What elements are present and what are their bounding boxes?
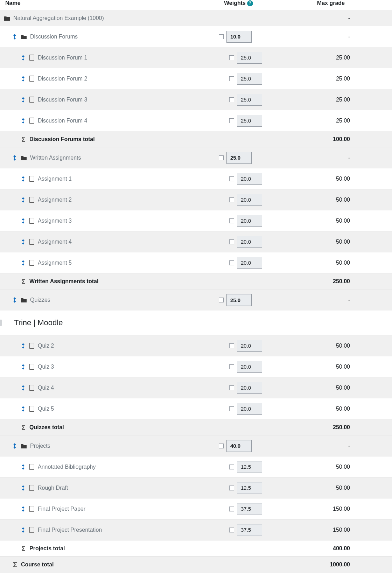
help-icon[interactable]: ?: [247, 0, 253, 6]
item-weight-input[interactable]: [237, 403, 262, 415]
max-grade-value: 50.00: [289, 385, 392, 391]
dash: -: [348, 297, 350, 303]
weight-override-checkbox[interactable]: [219, 34, 224, 39]
grade-item-label[interactable]: Quiz 3: [38, 364, 54, 370]
grade-item-label[interactable]: Assignment 3: [38, 218, 72, 224]
move-icon[interactable]: [21, 118, 25, 124]
move-icon[interactable]: [13, 443, 17, 449]
weight-override-checkbox[interactable]: [229, 239, 234, 244]
move-icon[interactable]: [13, 34, 17, 40]
weight-override-checkbox[interactable]: [229, 486, 234, 490]
move-icon[interactable]: [21, 176, 25, 182]
weight-override-checkbox[interactable]: [219, 444, 224, 448]
category-label[interactable]: Projects: [30, 443, 50, 449]
move-icon[interactable]: [21, 343, 25, 349]
grade-item-label[interactable]: Assignment 5: [38, 260, 72, 266]
category-label[interactable]: Discussion Forums: [30, 34, 78, 40]
item-weight-input[interactable]: [237, 215, 262, 227]
weight-override-checkbox[interactable]: [219, 298, 224, 302]
move-icon[interactable]: [21, 218, 25, 224]
move-icon[interactable]: [21, 97, 25, 103]
dash: -: [348, 34, 350, 40]
grade-item-label[interactable]: Final Project Paper: [38, 506, 85, 512]
column-header-weights: Weights ?: [224, 0, 294, 6]
category-label[interactable]: Quizzes: [30, 297, 50, 303]
category-label[interactable]: Written Assignments: [30, 155, 81, 161]
move-icon[interactable]: [21, 485, 25, 491]
folder-icon: [21, 298, 27, 302]
move-icon[interactable]: [21, 385, 25, 391]
document-icon: [29, 527, 34, 533]
move-icon[interactable]: [13, 155, 17, 161]
weight-override-checkbox[interactable]: [229, 385, 234, 390]
grade-item-label[interactable]: Discussion Forum 4: [38, 118, 87, 124]
weight-override-checkbox[interactable]: [229, 97, 234, 102]
item-weight-input[interactable]: [237, 236, 262, 248]
weight-override-checkbox[interactable]: [229, 507, 234, 511]
grade-item-label[interactable]: Assignment 4: [38, 239, 72, 245]
weight-override-checkbox[interactable]: [229, 528, 234, 532]
move-icon[interactable]: [21, 506, 25, 512]
document-icon: [29, 97, 34, 103]
move-icon[interactable]: [21, 197, 25, 203]
grade-item-label[interactable]: Quiz 4: [38, 385, 54, 391]
move-icon[interactable]: [21, 406, 25, 412]
grade-item-label[interactable]: Discussion Forum 3: [38, 97, 87, 103]
move-icon[interactable]: [21, 260, 25, 266]
grade-item-label[interactable]: Assignment 2: [38, 197, 72, 203]
document-icon: [29, 464, 34, 470]
category-weight-input[interactable]: [226, 440, 252, 452]
item-weight-input[interactable]: [237, 257, 262, 269]
grade-item-label[interactable]: Quiz 2: [38, 343, 54, 349]
weight-override-checkbox[interactable]: [229, 406, 234, 411]
weight-override-checkbox[interactable]: [229, 218, 234, 223]
grade-item-label[interactable]: Final Project Presentation: [38, 527, 102, 533]
weight-override-checkbox[interactable]: [229, 364, 234, 369]
category-weight-input[interactable]: [226, 31, 252, 43]
move-icon[interactable]: [21, 76, 25, 82]
move-icon[interactable]: [13, 297, 17, 303]
move-icon[interactable]: [21, 55, 25, 61]
weight-override-checkbox[interactable]: [229, 176, 234, 181]
category-weight-input[interactable]: [226, 152, 252, 164]
item-weight-input[interactable]: [237, 115, 262, 127]
document-icon: [29, 406, 34, 412]
breadcrumb: Trine | Moodle: [0, 311, 392, 335]
item-weight-input[interactable]: [237, 52, 262, 64]
category-total-value: 100.00: [289, 136, 392, 142]
grade-item-label[interactable]: Discussion Forum 2: [38, 76, 87, 82]
weight-override-checkbox[interactable]: [219, 155, 224, 160]
weight-override-checkbox[interactable]: [229, 55, 234, 60]
document-icon: [29, 385, 34, 391]
weight-override-checkbox[interactable]: [229, 118, 234, 123]
item-weight-input[interactable]: [237, 524, 262, 536]
weight-override-checkbox[interactable]: [229, 76, 234, 81]
item-weight-input[interactable]: [237, 73, 262, 85]
category-weight-input[interactable]: [226, 294, 252, 306]
move-icon[interactable]: [21, 464, 25, 470]
item-weight-input[interactable]: [237, 461, 262, 473]
grade-item-label[interactable]: Discussion Forum 1: [38, 55, 87, 61]
item-weight-input[interactable]: [237, 340, 262, 352]
grade-item-label[interactable]: Assignment 1: [38, 176, 72, 182]
item-weight-input[interactable]: [237, 194, 262, 206]
weight-override-checkbox[interactable]: [229, 197, 234, 202]
grade-item-label[interactable]: Quiz 5: [38, 406, 54, 412]
grade-item-label[interactable]: Rough Draft: [38, 485, 68, 491]
item-weight-input[interactable]: [237, 482, 262, 494]
weight-override-checkbox[interactable]: [229, 260, 234, 265]
item-weight-input[interactable]: [237, 503, 262, 515]
weights-label: Weights: [224, 0, 246, 6]
move-icon[interactable]: [21, 364, 25, 370]
item-weight-input[interactable]: [237, 361, 262, 373]
weight-override-checkbox[interactable]: [229, 465, 234, 469]
max-grade-value: 50.00: [289, 197, 392, 203]
item-weight-input[interactable]: [237, 382, 262, 394]
item-weight-input[interactable]: [237, 94, 262, 106]
move-icon[interactable]: [21, 527, 25, 533]
course-root-label[interactable]: Natural Aggregation Example (1000): [13, 15, 104, 21]
grade-item-label[interactable]: Annotated Bibliography: [38, 464, 96, 470]
item-weight-input[interactable]: [237, 173, 262, 185]
move-icon[interactable]: [21, 239, 25, 245]
weight-override-checkbox[interactable]: [229, 343, 234, 348]
